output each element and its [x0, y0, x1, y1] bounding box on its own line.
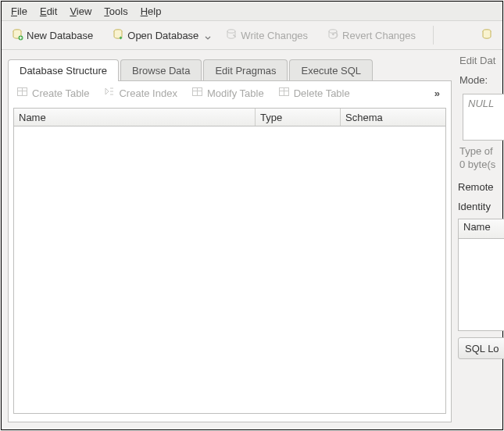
cell-editor[interactable]: NULL — [463, 94, 504, 141]
menu-file[interactable]: File — [5, 4, 34, 19]
type-of-data-label: Type of — [455, 141, 504, 157]
menu-view[interactable]: View — [63, 4, 98, 19]
create-table-button: Create Table — [16, 86, 89, 101]
open-database-dropdown[interactable] — [205, 32, 211, 38]
edit-cell-title: Edit Dat — [455, 50, 504, 73]
column-header-type[interactable]: Type — [256, 109, 341, 126]
write-changes-icon — [225, 28, 238, 43]
new-database-button[interactable]: New Database — [6, 26, 98, 45]
write-changes-label: Write Changes — [241, 30, 308, 41]
main-toolbar: New Database Open Database Write Changes — [2, 21, 502, 50]
remote-list[interactable]: Name — [458, 219, 504, 331]
tab-content: Create Table Create Index Modify Table — [8, 80, 452, 422]
modify-table-label: Modify Table — [207, 87, 264, 99]
modify-table-button: Modify Table — [191, 86, 264, 101]
open-database-icon — [112, 28, 124, 43]
toolbar-separator — [433, 26, 434, 45]
tab-database-structure[interactable]: Database Structure — [8, 59, 119, 81]
remote-panel-title: Remote — [455, 170, 504, 196]
tab-edit-pragmas[interactable]: Edit Pragmas — [203, 59, 288, 81]
database-icon — [481, 28, 493, 43]
revert-changes-label: Revert Changes — [342, 30, 416, 41]
byte-count-label: 0 byte(s — [455, 157, 504, 170]
revert-changes-button: Revert Changes — [322, 26, 420, 45]
delete-table-icon — [278, 86, 291, 101]
delete-table-label: Delete Table — [294, 87, 350, 99]
mode-label: Mode: — [455, 73, 504, 91]
modify-table-icon — [191, 86, 204, 101]
toolbar-overflow-button[interactable] — [476, 26, 498, 45]
tab-browse-data[interactable]: Browse Data — [120, 59, 202, 81]
remote-list-header-name[interactable]: Name — [459, 219, 504, 239]
new-database-label: New Database — [27, 30, 93, 41]
schema-tree-header: Name Type Schema — [14, 109, 445, 126]
create-table-icon — [16, 86, 29, 101]
column-header-name[interactable]: Name — [14, 109, 256, 126]
structure-toolbar-overflow[interactable]: » — [434, 87, 443, 99]
revert-changes-icon — [327, 28, 339, 43]
column-header-schema[interactable]: Schema — [341, 109, 445, 126]
open-database-button[interactable]: Open Database — [107, 26, 203, 45]
menu-tools[interactable]: Tools — [98, 4, 134, 19]
svg-point-3 — [227, 29, 235, 32]
main-tabs: Database Structure Browse Data Edit Prag… — [8, 58, 452, 81]
new-database-icon — [11, 28, 23, 43]
create-index-icon — [103, 86, 116, 101]
tab-execute-sql[interactable]: Execute SQL — [289, 59, 373, 81]
side-panel: Edit Dat Mode: NULL Type of 0 byte(s Rem… — [455, 50, 504, 429]
menu-bar: File Edit View Tools Help — [2, 2, 502, 21]
delete-table-button: Delete Table — [278, 86, 350, 101]
open-database-label: Open Database — [127, 30, 198, 41]
menu-edit[interactable]: Edit — [34, 4, 63, 19]
structure-toolbar: Create Table Create Index Modify Table — [9, 81, 451, 105]
create-index-label: Create Index — [119, 87, 177, 99]
create-table-label: Create Table — [32, 87, 89, 99]
identity-label: Identity — [455, 196, 504, 217]
schema-tree[interactable]: Name Type Schema — [13, 108, 446, 414]
schema-tree-body[interactable] — [14, 126, 445, 412]
create-index-button: Create Index — [103, 86, 177, 101]
sql-log-button[interactable]: SQL Lo — [458, 337, 504, 359]
write-changes-button: Write Changes — [220, 26, 313, 45]
menu-help[interactable]: Help — [134, 4, 168, 19]
